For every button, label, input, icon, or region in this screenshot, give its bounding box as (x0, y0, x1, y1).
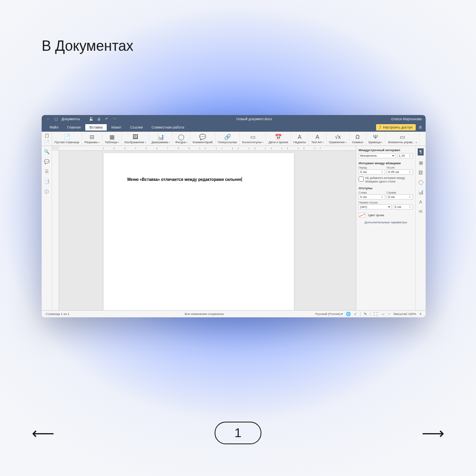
tab-insert[interactable]: Вставка (85, 124, 106, 131)
tab-file[interactable]: Файл (46, 124, 62, 131)
ribbon-comment[interactable]: 💬Комментарий (190, 132, 215, 146)
redo-icon[interactable]: ↷ (112, 117, 117, 121)
print-icon[interactable]: 🖨 (96, 117, 101, 121)
ribbon-shape[interactable]: ◯Фигура (173, 132, 190, 146)
mail-tab-icon[interactable]: ✉ (419, 209, 422, 214)
horizontal-ruler[interactable]: 1 2 3 4 5 6 7 8 9 10 11 12 13 14 15 16 1… (59, 146, 356, 151)
right-rail: ¶ ▦ 🖼 ◯ 📊 A ✉ (415, 146, 426, 310)
tab-collab[interactable]: Совместная работа (148, 124, 188, 131)
comments-icon[interactable]: 💬 (44, 159, 50, 164)
table-tab-icon[interactable]: ▦ (419, 160, 423, 165)
dropcap-icon: Ψ (373, 134, 378, 140)
link-icon: 🔗 (224, 134, 231, 140)
prev-arrow[interactable]: ⟵ (32, 424, 54, 442)
user-name[interactable]: Олеся Мартынова (391, 117, 422, 121)
undo-icon[interactable]: ↶ (104, 117, 109, 121)
ribbon-chart[interactable]: 📊Диаграмма (149, 132, 173, 146)
zoom-label[interactable]: Масштаб 100% (393, 312, 416, 316)
document-title[interactable]: Новый документ.docx (117, 117, 391, 121)
left-rail: 🔍 💬 ☰ 📑 ⓘ (42, 146, 52, 310)
ribbon-breaks[interactable]: ⊟Разрывы (82, 132, 102, 146)
shape-tab-icon[interactable]: ◯ (418, 180, 423, 185)
paragraph-tab-icon[interactable]: ¶ (418, 148, 424, 155)
tab-home[interactable]: Главная (63, 124, 84, 131)
menu-more-icon[interactable]: ≡ (419, 125, 422, 130)
share-icon: ⤴ (379, 125, 381, 129)
titlebar: ‹ ▢ Документы 💾 🖨 ↶ ↷ Новый документ.doc… (42, 115, 426, 123)
first-line-label: Первая строка (359, 201, 413, 204)
date-icon: 📅 (275, 134, 282, 140)
indent-left-input[interactable]: 0 см⇕ (359, 194, 385, 200)
share-access-button[interactable]: ⤴ Настроить доступ (376, 124, 416, 131)
tab-layout[interactable]: Макет (107, 124, 125, 131)
ribbon-datetime[interactable]: 📅Дата и время (266, 132, 291, 146)
spacing-before-input[interactable]: 0 см⇕ (359, 169, 385, 175)
paste-icon[interactable]: 📄 (44, 140, 49, 144)
ribbon-controls[interactable]: ▭Элементы управ... (385, 132, 420, 146)
ribbon-dropcap[interactable]: ΨБуквица (366, 132, 385, 146)
ribbon-hyperlink[interactable]: 🔗Гиперссылка (215, 132, 240, 146)
bg-color-label: Цвет фона (368, 213, 384, 217)
ribbon-headers[interactable]: ▭Колонтитулы (240, 132, 266, 146)
para-spacing-title: Интервал между абзацами (359, 161, 413, 165)
advanced-params-link[interactable]: Дополнительные параметры (359, 221, 413, 224)
image-tab-icon[interactable]: 🖼 (418, 170, 423, 175)
save-icon[interactable]: 💾 (88, 117, 93, 121)
textart-icon: A (316, 134, 319, 140)
line-spacing-value-input[interactable]: 1.15⇕ (397, 153, 413, 158)
fit-page-icon[interactable]: ⛶ (374, 312, 378, 316)
shape-icon: ◯ (178, 134, 184, 140)
indent-right-input[interactable]: 0 см⇕ (387, 194, 413, 200)
zoom-out-icon[interactable]: − (388, 312, 390, 316)
ribbon-table[interactable]: ▦Таблица (102, 132, 122, 146)
copy-icon[interactable]: 📋 (44, 133, 49, 138)
spellcheck-icon[interactable]: ✓ (354, 312, 357, 316)
menubar: Файл Главная Вставка Макет Ссылки Совмес… (42, 123, 426, 132)
page-counter[interactable]: Страница 1 из 1 (46, 312, 93, 316)
zoom-in-icon[interactable]: + (419, 312, 422, 316)
ribbon: 📋 📄 📄Пустая страница ⊟Разрывы ▦Таблица 🖼… (42, 132, 426, 146)
document-area[interactable]: 1 2 3 4 5 6 7 8 9 10 11 12 13 14 15 16 1… (52, 146, 356, 310)
ribbon-textart[interactable]: AText Art (309, 132, 326, 146)
header-icon: ▭ (250, 134, 255, 140)
chart-icon: 📊 (157, 134, 164, 140)
search-icon[interactable]: 🔍 (44, 149, 50, 154)
info-icon[interactable]: ⓘ (44, 189, 49, 195)
save-status: Все изменения сохранены (93, 312, 315, 316)
indents-title: Отступы (359, 186, 413, 190)
globe-icon[interactable]: 🌐 (346, 312, 351, 316)
track-changes-icon[interactable]: ✎ (364, 312, 367, 316)
document-page[interactable]: Меню «Вставка» отличается между редактор… (104, 153, 294, 310)
ribbon-equation[interactable]: √xУравнение (326, 132, 349, 146)
outline-icon[interactable]: ☰ (45, 169, 49, 174)
first-line-value-input[interactable]: 0 см⇕ (393, 204, 413, 209)
ribbon-image[interactable]: 🖼Изображение (122, 132, 149, 146)
before-label: Перед (359, 166, 385, 169)
ribbon-symbol[interactable]: ΩСимвол (349, 132, 366, 146)
document-text[interactable]: Меню «Вставка» отличается между редактор… (127, 177, 242, 182)
ribbon-blank-page[interactable]: 📄Пустая страница (52, 132, 82, 146)
ribbon-textbox[interactable]: AНадпись (291, 132, 309, 146)
table-icon: ▦ (109, 134, 115, 140)
page-indicator: 1 (215, 422, 261, 444)
bg-color-swatch[interactable] (359, 213, 366, 217)
app-name: Документы (61, 117, 80, 121)
app-window: ‹ ▢ Документы 💾 🖨 ↶ ↷ Новый документ.doc… (42, 115, 426, 317)
vertical-ruler[interactable] (52, 151, 59, 310)
page-title: В Документах (42, 38, 133, 54)
textart-tab-icon[interactable]: A (419, 200, 422, 204)
same-style-checkbox[interactable] (359, 177, 364, 182)
image-icon: 🖼 (132, 134, 138, 140)
indent-left-label: Слева (359, 191, 385, 194)
line-spacing-title: Междустрочный интервал (359, 148, 413, 152)
headings-icon[interactable]: 📑 (44, 179, 50, 184)
first-line-mode-select[interactable]: (нет)▾ (359, 204, 392, 209)
language-selector[interactable]: Русский (Россия) ▾ (315, 312, 343, 316)
chart-tab-icon[interactable]: 📊 (418, 190, 424, 195)
next-arrow[interactable]: ⟶ (422, 424, 444, 442)
fit-width-icon[interactable]: ↔ (381, 312, 385, 316)
tab-references[interactable]: Ссылки (126, 124, 147, 131)
back-icon[interactable]: ‹ (46, 117, 50, 121)
spacing-after-input[interactable]: 0.35 см⇕ (387, 169, 413, 175)
line-spacing-mode-select[interactable]: Множитель▾ (359, 153, 395, 158)
